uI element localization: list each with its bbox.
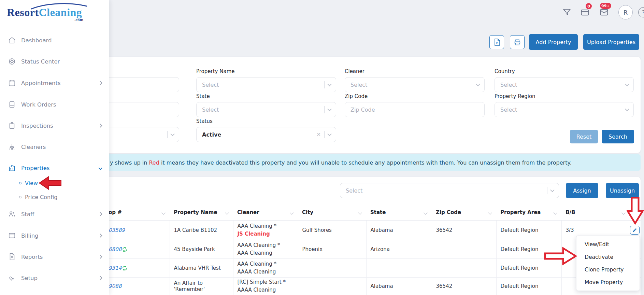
sidebar-item-setup[interactable]: Setup <box>0 271 109 285</box>
sync-icon <box>122 247 128 252</box>
menu-item-clone-property[interactable]: Clone Property <box>576 263 640 276</box>
app-logo[interactable]: ResortCleaning .com <box>0 0 109 27</box>
export-excel-button[interactable]: x <box>489 35 504 49</box>
bullet-icon <box>19 182 22 184</box>
annotation-arrow-left-icon <box>38 175 62 191</box>
search-button[interactable]: Search <box>602 130 634 143</box>
chevron-right-icon <box>98 212 102 216</box>
annotation-arrow-right-icon <box>544 246 577 266</box>
chevron-down-icon <box>625 107 629 111</box>
sidebar-item-reports[interactable]: Reports <box>0 250 109 264</box>
status-label: Status <box>196 118 213 124</box>
col-property-area[interactable]: Property Area <box>496 205 561 220</box>
broom-icon <box>8 143 16 151</box>
cell-city: Gulf Shores <box>298 220 366 240</box>
sort-icon <box>290 211 294 214</box>
cell-city: Phoenix <box>298 240 366 258</box>
chevron-down-icon <box>327 132 332 136</box>
zip-code-input[interactable]: Zip Code <box>345 102 485 117</box>
assign-button[interactable]: Assign <box>566 183 598 198</box>
mail-icon[interactable] <box>599 8 609 17</box>
wrench-icon <box>8 274 16 282</box>
sidebar-item-billing[interactable]: Billing <box>0 229 109 242</box>
property-region-label: Property Region <box>495 93 535 99</box>
cell-cleaner: [RC] Simple Start *AAAA Cleaning <box>233 277 298 295</box>
menu-item-view-edit[interactable]: View/Edit <box>576 238 640 251</box>
add-property-button[interactable]: Add Property <box>529 34 578 50</box>
prop-number-link[interactable]: 9314 <box>109 265 121 271</box>
sidebar-item-appointments[interactable]: Appointments <box>0 76 109 90</box>
cell-zip <box>432 240 496 258</box>
edit-pencil-button[interactable] <box>630 226 640 235</box>
chevron-down-icon <box>550 188 555 192</box>
deactivated-cleaner: JS Cleaning <box>238 230 298 238</box>
sidebar-item-dashboard[interactable]: Dashboard <box>0 33 109 47</box>
cell-property-name: 45 Bayside Park <box>170 240 233 258</box>
cell-area: Default Region <box>496 277 561 295</box>
chevron-right-icon <box>98 276 102 280</box>
sidebar-item-status-center[interactable]: Status Center <box>0 55 109 68</box>
cell-state <box>366 258 432 277</box>
sort-icon <box>488 211 492 214</box>
sidebar-nav: ResortCleaning .com Dashboard Status Cen… <box>0 0 109 295</box>
cell-property-name: An Affair to 'Remember' <box>170 277 233 295</box>
sync-icon <box>122 265 128 271</box>
unassign-button[interactable]: Unassign <box>606 183 639 198</box>
sidebar-item-staff[interactable]: Staff <box>0 207 109 221</box>
sort-icon <box>553 211 557 214</box>
col-state[interactable]: State <box>366 205 432 220</box>
col-zip-code[interactable]: Zip Code <box>432 205 496 220</box>
cell-state: Alabama <box>366 277 432 295</box>
sidebar-subitem-price-config[interactable]: Price Config <box>0 191 109 203</box>
cell-zip: 36542 <box>432 220 496 240</box>
status-select[interactable]: Active ✕ <box>196 127 336 142</box>
menu-item-deactivate[interactable]: Deactivate <box>576 251 640 263</box>
chevron-down-icon <box>625 82 629 86</box>
cell-cleaner: AAAA Cleaning *AAA Cleaning <box>233 240 298 258</box>
chevron-right-icon <box>98 124 102 127</box>
assign-cleaner-select[interactable]: Select <box>340 183 559 198</box>
menu-item-move-property[interactable]: Move Property <box>576 276 640 289</box>
sidebar-item-properties[interactable]: Properties <box>0 161 109 175</box>
col-city[interactable]: City <box>298 205 366 220</box>
logo-com: .com <box>74 17 83 23</box>
reset-button[interactable]: Reset <box>570 130 598 143</box>
people-icon <box>8 210 16 218</box>
sort-icon <box>161 211 165 214</box>
cell-property-name: 1A Caribe B1102 <box>170 220 233 240</box>
chevron-right-icon <box>98 234 102 237</box>
property-name-select[interactable]: Select <box>196 77 336 92</box>
book-icon <box>8 101 16 108</box>
svg-text:x: x <box>496 41 498 45</box>
cell-cleaner: AAA Cleaning *JS Cleaning <box>233 220 298 240</box>
state-label: State <box>196 93 210 99</box>
col-cleaner[interactable]: Cleaner <box>233 205 298 220</box>
cleaner-label: Cleaner <box>345 68 364 74</box>
sidebar-item-inspections[interactable]: Inspections <box>0 119 109 132</box>
cell-zip <box>432 258 496 277</box>
upload-properties-button[interactable]: Upload Properties <box>583 34 639 50</box>
sidebar-item-cleaners[interactable]: Cleaners <box>0 140 109 154</box>
prop-number-link[interactable]: 6808 <box>109 246 121 252</box>
sidebar-item-work-orders[interactable]: Work Orders <box>0 98 109 111</box>
clear-icon[interactable]: ✕ <box>316 131 321 138</box>
prop-number-link[interactable]: 03589 <box>109 227 125 233</box>
chevron-down-icon <box>327 107 332 111</box>
chevron-down-icon <box>476 82 480 86</box>
chevron-down-icon <box>98 166 102 170</box>
cell-area: Default Region <box>496 220 561 240</box>
cell-state: Alabama <box>366 220 432 240</box>
col-bb[interactable]: B/B <box>561 205 630 220</box>
state-select[interactable]: Select <box>196 102 336 117</box>
document-icon <box>8 253 16 261</box>
country-select[interactable]: Select <box>495 77 634 92</box>
cleaner-select[interactable]: Select <box>345 77 485 92</box>
user-avatar[interactable]: R <box>618 5 633 19</box>
help-icon[interactable]: ? <box>638 7 644 17</box>
prop-number-link[interactable]: 9088 <box>109 283 121 289</box>
chevron-right-icon <box>98 81 102 85</box>
property-region-select[interactable]: Select <box>495 102 634 117</box>
col-property-name[interactable]: Property Name <box>170 205 233 220</box>
print-button[interactable] <box>510 35 525 49</box>
filter-funnel-icon[interactable] <box>562 8 572 17</box>
